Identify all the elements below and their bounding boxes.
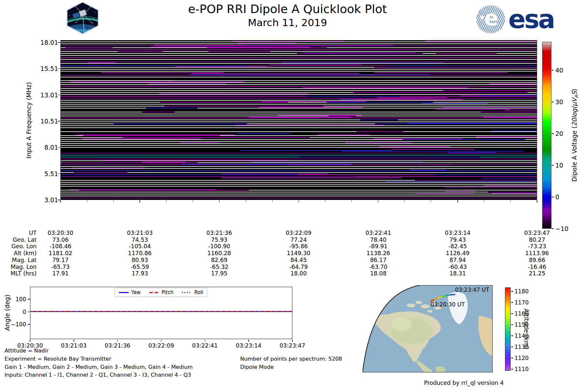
tick-mark (511, 324, 513, 325)
ephemeris-column: 03:22:0977.24-95.861149.3084.45-64.7918.… (286, 230, 312, 277)
inputs-note: Inputs: Channel 1 - I1, Channel 2 - Q1, … (5, 372, 191, 378)
page-date: March 11, 2019 (124, 16, 451, 29)
ephemeris-row-label: Geo. Lon (0, 243, 37, 250)
ephemeris-row-label: Mag. Lon (0, 264, 37, 270)
esa-e-icon: e (484, 6, 498, 31)
eph-cell: 89.66 (524, 257, 550, 264)
tick-mark (166, 200, 167, 202)
tick-mark (552, 102, 554, 102)
attitude-note: Attitude = Nadir (5, 348, 49, 354)
esa-logo: e esa (476, 5, 554, 33)
tick-mark (299, 200, 299, 203)
eph-cell: -64.79 (286, 264, 312, 270)
tick-mark (58, 173, 60, 174)
eph-cell: -65.59 (127, 264, 153, 270)
ephemeris-column: 03:23:1479.43-82.451126.4987.94-60.4318.… (445, 230, 471, 277)
eph-cell: -65.32 (206, 264, 232, 270)
eph-cell: 03:23:14 (445, 230, 471, 237)
legend-item-pitch: Pitch (149, 289, 173, 295)
eph-cell: 03:23:47 (524, 230, 550, 237)
eph-cell: 77.24 (286, 237, 312, 243)
tick-mark (58, 95, 60, 95)
altitude-colorbar-tick: 1110 (514, 366, 529, 372)
tick-mark (58, 147, 60, 148)
esa-globe-icon: e (476, 5, 505, 33)
tick-mark (58, 200, 60, 200)
spectrogram-ytick: 3.01 (32, 196, 58, 204)
eph-cell: 78.40 (366, 237, 391, 243)
tick-mark (484, 200, 484, 202)
eph-cell: -95.86 (286, 243, 312, 250)
voltage-colorbar-tick: −10 (555, 225, 568, 232)
tick-mark (28, 324, 30, 325)
tick-mark (511, 347, 513, 347)
tick-mark (537, 200, 537, 203)
eph-cell: -105.04 (127, 243, 153, 250)
eph-cell: 80.27 (524, 237, 550, 243)
esa-wordmark: esa (508, 5, 554, 33)
eph-cell: 18.08 (366, 270, 391, 277)
tick-mark (161, 340, 162, 342)
altitude-colorbar-tick: 1170 (514, 299, 529, 306)
tick-mark (30, 340, 30, 342)
track-start-label: 03:20:30 UT (431, 301, 465, 308)
eph-cell: -63.70 (366, 264, 391, 270)
angle-legend: Yaw Pitch Roll (115, 288, 207, 297)
tick-mark (325, 200, 325, 202)
legend-item-yaw: Yaw (119, 289, 141, 295)
page-title: e-POP RRI Dipole A Quicklook Plot (124, 2, 451, 16)
ephemeris-column: 03:21:3675.93-100.901160.2882.69-65.3217… (206, 230, 232, 277)
eph-cell: 1160.28 (206, 250, 232, 257)
ephemeris-row-label: Geo. Lat (0, 237, 37, 243)
roll-line-swatch (182, 292, 192, 293)
angle-xtick: 03:21:03 (61, 342, 87, 349)
tick-mark (552, 228, 554, 229)
eph-cell: 03:22:41 (366, 230, 391, 237)
mode-note: Dipole Mode (240, 364, 274, 370)
eph-cell: -89.91 (366, 243, 391, 250)
tick-mark (272, 200, 272, 202)
tick-mark (60, 200, 61, 203)
eph-cell: 17.95 (206, 270, 232, 277)
tick-mark (457, 200, 458, 203)
altitude-colorbar-label: Altitude (km) (523, 309, 530, 350)
tick-mark (552, 165, 554, 166)
spectrogram-plot (60, 40, 537, 200)
eph-cell: 82.69 (206, 257, 232, 264)
altitude-colorbar-tick: 1180 (514, 288, 529, 295)
eph-cell: 1113.96 (524, 250, 550, 257)
tick-mark (58, 69, 60, 69)
eph-cell: -82.45 (445, 243, 471, 250)
tick-mark (219, 200, 220, 203)
spectrogram-ytick: 18.01 (32, 39, 58, 46)
legend-label: Yaw (131, 289, 141, 295)
eph-cell: 1126.49 (445, 250, 471, 257)
eph-cell: 1170.86 (127, 250, 153, 257)
tick-mark (511, 313, 513, 314)
tick-mark (248, 340, 249, 342)
spectrogram-ytick: 13.01 (32, 91, 58, 99)
eph-cell: 79.17 (48, 257, 74, 264)
eph-cell: 1181.02 (48, 250, 74, 257)
tick-mark (28, 299, 30, 300)
eph-cell: -100.90 (206, 243, 232, 250)
eph-cell: 73.06 (48, 237, 74, 243)
voltage-colorbar-tick: 10 (555, 162, 563, 169)
esa-dot-icon (481, 16, 484, 19)
gains-note: Gain 1 - Medium, Gain 2 - Medium, Gain 3… (5, 364, 193, 370)
voltage-label-sub: A (574, 95, 579, 98)
spectrogram-ytick: 15.51 (32, 65, 58, 72)
experiment-note: Experiment = Resolute Bay Transmitter (5, 356, 111, 362)
tick-mark (552, 197, 554, 197)
tick-mark (552, 70, 554, 71)
tick-mark (511, 291, 513, 292)
tick-mark (87, 200, 87, 202)
angle-ytick: 0 (5, 309, 26, 315)
tick-mark (193, 200, 193, 202)
angle-ytick: 100 (5, 296, 26, 302)
ephemeris-row-label: Mag. Lat (0, 257, 37, 264)
voltage-label-s: S (571, 91, 578, 95)
angle-xtick: 03:21:36 (105, 342, 130, 349)
tick-mark (113, 200, 114, 202)
eph-cell: 75.93 (206, 237, 232, 243)
